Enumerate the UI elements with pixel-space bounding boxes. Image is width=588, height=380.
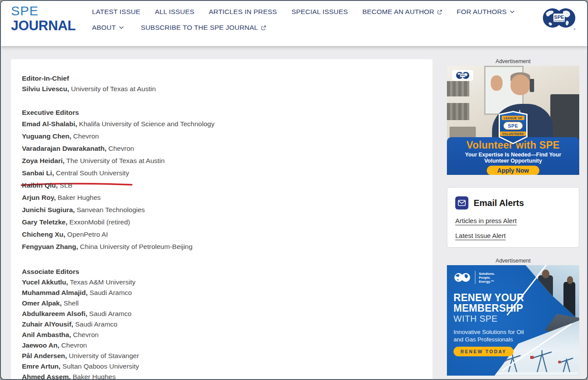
photo-tray bbox=[450, 127, 476, 138]
editor-row: Yucel Akkutlu, Texas A&M University bbox=[22, 277, 419, 288]
editor-affiliation: The University of Texas at Austin bbox=[64, 157, 165, 164]
editor-name: Pål Andersen, bbox=[22, 352, 67, 359]
editor-name: Gary Teletzke, bbox=[22, 218, 67, 226]
external-link-icon bbox=[437, 10, 442, 14]
logo-divider bbox=[475, 271, 475, 284]
tagline-line: Solutions. bbox=[479, 272, 495, 276]
editor-affiliation: Central South University bbox=[54, 169, 129, 177]
envelope-icon bbox=[455, 196, 468, 210]
nav-item-latest-issue[interactable]: LATEST ISSUE bbox=[92, 8, 140, 16]
nav-item-become-an-author[interactable]: BECOME AN AUTHOR bbox=[362, 8, 442, 16]
editor-name: Zoya Heidari, bbox=[22, 157, 64, 164]
spe-international-logo[interactable]: SPE International ® bbox=[542, 6, 576, 33]
renew-membership-ad-banner[interactable]: Solutions. People. Energy.™ RENEW YOUR M… bbox=[447, 265, 579, 376]
photo-figure bbox=[538, 275, 553, 320]
spe-logo-chip: SPE bbox=[452, 70, 473, 81]
photo-phone bbox=[530, 79, 535, 92]
editor-affiliation: SLB bbox=[58, 181, 73, 189]
editor-affiliation: ExxonMobil (retired) bbox=[67, 218, 130, 226]
editor-name: Muhammad Almajid, bbox=[22, 289, 88, 296]
editor-row: Arjun Roy, Baker Hughes bbox=[22, 192, 419, 204]
external-link-icon bbox=[261, 25, 266, 30]
editor-row: Emad Al-Shalabi, Khalifa University of S… bbox=[22, 118, 419, 130]
nav-item-special-issues[interactable]: SPECIAL ISSUES bbox=[291, 8, 348, 16]
nav-item-label: FOR AUTHORS bbox=[457, 8, 507, 16]
nav-item-subscribe-to-the-spe-journal[interactable]: SUBSCRIBE TO THE SPE JOURNAL bbox=[141, 24, 266, 32]
ad-subtitle: Your Expertise Is Needed—Find Your Volun… bbox=[456, 152, 570, 164]
badge-bottom-text: VOLUNTEERS bbox=[500, 131, 526, 136]
editor-row: Zoya Heidari, The University of Texas at… bbox=[22, 155, 419, 167]
editor-sections: Editor-In-ChiefSilviu Livescu, Universit… bbox=[22, 73, 419, 380]
editor-row: Fengyuan Zhang, China University of Petr… bbox=[22, 241, 419, 253]
editor-name: Abdulkareem Alsofi, bbox=[22, 310, 87, 317]
ad-headline: RENEW YOUR MEMBERSHIP WITH SPE bbox=[453, 292, 524, 324]
apply-now-button[interactable]: Apply Now bbox=[487, 166, 539, 175]
editor-affiliation: Chevron bbox=[71, 132, 99, 140]
nav-item-label: ABOUT bbox=[92, 24, 116, 32]
journal-logo-line1: SPE bbox=[11, 4, 76, 18]
editor-affiliation: Saudi Aramco bbox=[87, 310, 131, 317]
editor-row: Muhammad Almajid, Saudi Aramco bbox=[22, 288, 419, 298]
email-alerts-panel: Email Alerts Articles in press Alert Lat… bbox=[447, 187, 579, 248]
editor-name: Varadarajan Dwarakanath, bbox=[22, 145, 106, 152]
nav-row-2: ABOUTSUBSCRIBE TO THE SPE JOURNAL bbox=[92, 24, 266, 32]
editor-affiliation: Shell bbox=[62, 299, 79, 307]
photo-figure-head bbox=[567, 276, 573, 284]
editor-row: Zuhair AlYousif, Saudi Aramco bbox=[22, 319, 419, 330]
latest-issue-alert-link[interactable]: Latest Issue Alert bbox=[455, 232, 506, 239]
photo-binders bbox=[447, 103, 469, 121]
email-alerts-title: Email Alerts bbox=[474, 198, 524, 208]
editor-row: Junichi Sugiura, Sanvean Technologies bbox=[22, 204, 419, 216]
editor-row: Jaewoo An, Chevron bbox=[22, 340, 419, 351]
renew-today-button[interactable]: RENEW TODAY bbox=[453, 347, 514, 356]
editor-section: Associate EditorsYucel Akkutlu, Texas A&… bbox=[22, 266, 419, 380]
editor-affiliation: Chevron bbox=[71, 331, 99, 338]
editor-name: Sanbai Li, bbox=[22, 169, 54, 177]
editor-name: Fengyuan Zhang, bbox=[22, 243, 78, 250]
editor-affiliation: Chevron bbox=[106, 145, 134, 152]
editor-name: Silviu Livescu, bbox=[22, 85, 69, 92]
editor-section: Executive EditorsEmad Al-Shalabi, Khalif… bbox=[22, 107, 419, 253]
registered-mark: ® bbox=[574, 28, 576, 31]
editor-affiliation: Saudi Aramco bbox=[73, 320, 117, 328]
editor-row: Varadarajan Dwarakanath, Chevron bbox=[22, 142, 419, 155]
editor-row: Silviu Livescu, University of Texas at A… bbox=[22, 84, 419, 94]
editor-affiliation: Saudi Aramco bbox=[88, 289, 132, 296]
section-title: Associate Editors bbox=[22, 266, 419, 277]
editor-affiliation: Sanvean Technologies bbox=[75, 206, 145, 213]
badge-spe-text: SPE bbox=[503, 122, 523, 130]
editor-affiliation: OpenPetro AI bbox=[65, 231, 108, 238]
tagline-line: Energy.™ bbox=[479, 280, 495, 284]
spe-logo-text: SPE bbox=[554, 14, 564, 20]
articles-in-press-alert-link[interactable]: Articles in press Alert bbox=[455, 217, 517, 224]
editor-name: Yucel Akkutlu, bbox=[22, 278, 68, 286]
editor-name: Omer Alpak, bbox=[22, 299, 62, 307]
editor-row: Abdulkareem Alsofi, Saudi Aramco bbox=[22, 309, 419, 319]
section-title: Editor-In-Chief bbox=[22, 73, 419, 84]
photo-binders bbox=[447, 81, 469, 96]
editor-affiliation: Baker Hughes bbox=[71, 373, 116, 380]
advertisement-label-top: Advertisement bbox=[447, 58, 579, 64]
nav-item-about[interactable]: ABOUT bbox=[92, 24, 124, 32]
nav-item-articles-in-press[interactable]: ARTICLES IN PRESS bbox=[209, 8, 277, 16]
nav-item-for-authors[interactable]: FOR AUTHORS bbox=[457, 8, 515, 16]
photo-person-head bbox=[510, 75, 530, 95]
spe-logo-small: Solutions. People. Energy.™ bbox=[453, 271, 495, 284]
badge-top-text: LEAGUE OF bbox=[502, 116, 524, 120]
editor-row: Gary Teletzke, ExxonMobil (retired) bbox=[22, 216, 419, 228]
editor-row: Pål Andersen, University of Stavanger bbox=[22, 351, 419, 361]
page: SPE JOURNAL LATEST ISSUEALL ISSUESARTICL… bbox=[0, 0, 588, 380]
chevron-down-icon bbox=[119, 26, 124, 29]
volunteer-ad-banner[interactable]: SPE LEAGUE OF SPE VOLUNTEERS Volunteer w… bbox=[447, 66, 579, 175]
editor-name: Jaewoo An, bbox=[22, 341, 60, 349]
nav-item-label: SUBSCRIBE TO THE SPE JOURNAL bbox=[141, 24, 258, 32]
advertisement-label-bottom: Advertisement bbox=[447, 258, 579, 264]
editor-affiliation: University of Texas at Austin bbox=[69, 85, 156, 92]
editor-row: Anil Ambastha, Chevron bbox=[22, 330, 419, 340]
editor-affiliation: University of Stavanger bbox=[67, 352, 139, 359]
editor-affiliation: China University of Petroleum-Beijing bbox=[78, 243, 192, 250]
editor-name: Arjun Roy, bbox=[22, 194, 56, 201]
nav-item-all-issues[interactable]: ALL ISSUES bbox=[155, 8, 194, 16]
editor-name: Anil Ambastha, bbox=[22, 331, 71, 338]
journal-logo[interactable]: SPE JOURNAL bbox=[11, 4, 76, 32]
